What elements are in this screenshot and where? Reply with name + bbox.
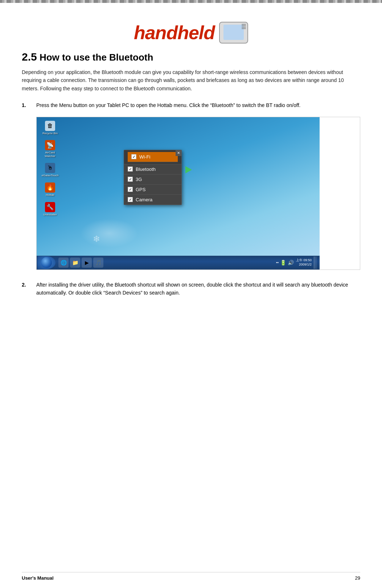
desktop-snowflake: ❄: [93, 234, 100, 244]
start-button[interactable]: [37, 256, 56, 269]
taskbar-media-icon[interactable]: ▶: [82, 258, 92, 268]
device-screen: [223, 25, 244, 40]
wifi-label: Wi-Fi: [139, 154, 150, 160]
taskbar-time-value: 上午 09:50: [296, 258, 312, 263]
aircard-icon: 📡: [45, 140, 55, 150]
desktop-glow: [80, 219, 138, 248]
step2-list: 2. After installing the driver utility, …: [22, 281, 360, 297]
gps-label: GPS: [136, 187, 145, 192]
top-border: [0, 0, 382, 3]
taskbar-icons: 🌐 📁 ▶ 🎵: [58, 258, 103, 268]
step-1-num: 1.: [22, 101, 36, 109]
gps-checkbox: ✓: [128, 187, 133, 192]
section-title-text: How to use the Bluetooth: [40, 52, 153, 63]
footer-manual-label: User's Manual: [22, 575, 54, 581]
taskbar-right: ▪▪ 🔋 🔊 上午 09:50 2009/1/2: [276, 256, 320, 270]
hottab-camera[interactable]: ✓ Camera: [124, 195, 181, 205]
desktop-icons: 🗑 Recycle Bin 📡 AirCard Watcher 🖱 eGalax…: [40, 121, 60, 217]
hottab-bluetooth[interactable]: ✓ Bluetooth: [124, 164, 181, 174]
start-orb: [41, 257, 52, 268]
step-1: 1. Press the Menu button on your Tablet …: [22, 101, 360, 109]
hottab-header: ✓ Wi-Fi ✕: [124, 150, 181, 164]
egalax-icon: 🖱: [45, 163, 55, 173]
taskbar-music-icon[interactable]: 🎵: [93, 258, 103, 268]
steps-list: 1. Press the Menu button on your Tablet …: [22, 101, 360, 109]
uninstaller-icon: 🔧: [45, 202, 55, 212]
show-desktop-button[interactable]: [314, 256, 317, 269]
logo-area: handheld: [22, 22, 360, 44]
bluetooth-label: Bluetooth: [136, 166, 156, 172]
hottab-label: Hottab: [46, 193, 54, 197]
camera-checkbox: ✓: [128, 197, 133, 202]
footer: User's Manual 29: [22, 572, 360, 581]
recycle-bin-label: Recycle Bin: [42, 132, 58, 135]
step-2-text: After installing the driver utility, the…: [36, 281, 360, 297]
hottab-3g[interactable]: ✓ 3G: [124, 174, 181, 185]
logo-text: handheld: [134, 22, 215, 44]
desktop-icon-uninstaller: 🔧 Uninstaller: [40, 202, 60, 217]
desktop-screenshot: 🗑 Recycle Bin 📡 AirCard Watcher 🖱 eGalax…: [37, 117, 320, 270]
section-title: 2.5 How to use the Bluetooth: [22, 51, 360, 63]
taskbar-time: 上午 09:50 2009/1/2: [296, 258, 312, 267]
logo-device-image: [219, 22, 248, 44]
aircard-label: AirCard Watcher: [40, 151, 60, 158]
taskbar-date-value: 2009/1/2: [296, 263, 312, 267]
section-number: 2.5: [22, 51, 37, 63]
uninstaller-label: Uninstaller: [43, 213, 57, 217]
camera-label: Camera: [136, 197, 152, 202]
bluetooth-checkbox: ✓: [128, 166, 133, 172]
step-1-text: Press the Menu button on your Tablet PC …: [36, 101, 360, 109]
hottab-menu[interactable]: ✓ Wi-Fi ✕ ✓ Bluetooth ✓ 3G ✓ GPS ✓ Camer…: [124, 150, 182, 205]
desktop-icon-hottab: 🔥 Hottab: [40, 182, 60, 197]
egalax-label: eGalaxTouch: [42, 174, 59, 177]
taskbar-folder-icon[interactable]: 📁: [70, 258, 80, 268]
taskbar-ie-icon[interactable]: 🌐: [58, 258, 69, 268]
desktop-icon-egalax: 🖱 eGalaxTouch: [40, 163, 60, 177]
desktop-icon-recycle: 🗑 Recycle Bin: [40, 121, 60, 135]
cursor-arrow-icon: [185, 166, 192, 173]
screenshot-wrapper: 🗑 Recycle Bin 📡 AirCard Watcher 🖱 eGalax…: [36, 117, 360, 270]
taskbar: 🌐 📁 ▶ 🎵 ▪▪ 🔋 🔊 上午 09:50 2009/1/2: [37, 256, 320, 270]
device-lines: [242, 24, 246, 29]
hottab-wifi[interactable]: ✓ Wi-Fi: [128, 152, 178, 162]
recycle-bin-icon: 🗑: [45, 121, 55, 131]
step-2: 2. After installing the driver utility, …: [22, 281, 360, 297]
step-2-num: 2.: [22, 281, 36, 289]
hottab-gps[interactable]: ✓ GPS: [124, 185, 181, 195]
hottab-icon: 🔥: [45, 182, 55, 193]
wifi-checkbox: ✓: [131, 154, 136, 159]
footer-page-number: 29: [355, 575, 360, 581]
hottab-close-button[interactable]: ✕: [176, 150, 181, 156]
3g-checkbox: ✓: [128, 177, 133, 182]
3g-label: 3G: [136, 177, 142, 182]
intro-paragraph: Depending on your application, the Bluet…: [22, 68, 360, 92]
desktop-icon-aircard: 📡 AirCard Watcher: [40, 140, 60, 158]
